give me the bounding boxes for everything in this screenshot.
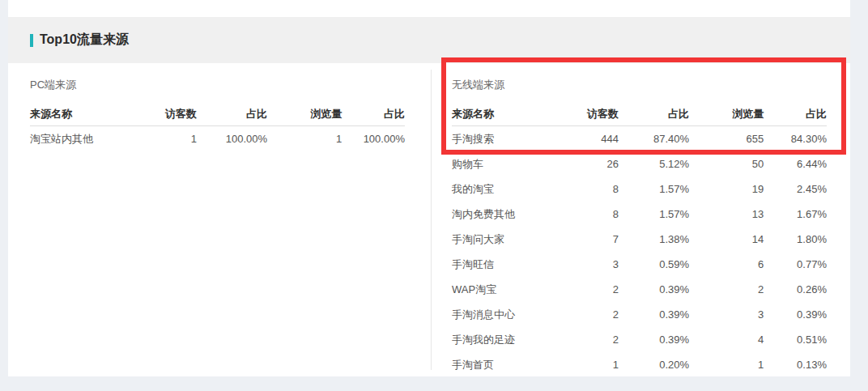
- value-cell: 6: [689, 258, 764, 270]
- pc-sources-panel: PC端来源 来源名称 访客数 占比 浏览量 占比 淘宝站内其他1100.00%1…: [30, 63, 405, 151]
- value-cell: 26: [549, 158, 619, 170]
- value-cell: 100.00%: [197, 133, 267, 145]
- column-header-pageviews: 浏览量: [689, 107, 764, 121]
- value-cell: 444: [549, 133, 619, 145]
- column-header-visitors: 访客数: [127, 107, 197, 121]
- wireless-panel-title: 无线端来源: [452, 79, 827, 91]
- value-cell: 4: [689, 334, 764, 346]
- value-cell: 1: [127, 133, 197, 145]
- source-name-cell: 手淘问大家: [452, 232, 549, 247]
- column-header-pageview-ratio: 占比: [764, 107, 827, 121]
- value-cell: 1: [689, 359, 764, 371]
- value-cell: 8: [549, 183, 619, 195]
- value-cell: 13: [689, 208, 764, 220]
- source-name-cell: 淘内免费其他: [452, 207, 549, 222]
- column-header-source-name: 来源名称: [30, 107, 127, 121]
- wireless-sources-panel: 无线端来源 来源名称 访客数 占比 浏览量 占比 手淘搜索44487.40%65…: [452, 63, 827, 377]
- value-cell: 0.39%: [764, 308, 827, 321]
- value-cell: 0.20%: [619, 359, 689, 371]
- table-row: 我的淘宝81.57%192.45%: [452, 176, 827, 202]
- pc-panel-title: PC端来源: [30, 79, 405, 91]
- table-row: 淘内免费其他81.57%131.67%: [452, 202, 827, 227]
- value-cell: 14: [689, 233, 764, 245]
- value-cell: 1.38%: [619, 233, 689, 245]
- section-header: Top10流量来源: [8, 17, 850, 63]
- value-cell: 50: [689, 158, 764, 170]
- column-header-source-name: 来源名称: [452, 107, 549, 121]
- pc-table-body: 淘宝站内其他1100.00%1100.00%: [30, 126, 405, 151]
- table-row: WAP淘宝20.39%20.26%: [452, 277, 827, 302]
- pc-table-header: 来源名称 访客数 占比 浏览量 占比: [30, 103, 405, 126]
- value-cell: 3: [549, 258, 619, 270]
- value-cell: 0.77%: [764, 258, 827, 270]
- value-cell: 100.00%: [342, 133, 405, 145]
- source-name-cell: 淘宝站内其他: [30, 132, 127, 147]
- value-cell: 5.12%: [619, 158, 689, 170]
- value-cell: 2.45%: [764, 183, 827, 195]
- table-row: 购物车265.12%506.44%: [452, 151, 827, 176]
- value-cell: 0.51%: [764, 334, 827, 346]
- source-name-cell: WAP淘宝: [452, 283, 549, 297]
- value-cell: 87.40%: [619, 133, 689, 145]
- source-name-cell: 手淘旺信: [452, 257, 549, 272]
- value-cell: 2: [549, 308, 619, 321]
- value-cell: 655: [689, 133, 764, 145]
- column-header-visitor-ratio: 占比: [619, 107, 689, 121]
- column-header-pageview-ratio: 占比: [342, 107, 405, 121]
- source-name-cell: 我的淘宝: [452, 182, 549, 197]
- column-header-visitor-ratio: 占比: [197, 107, 267, 121]
- value-cell: 0.13%: [764, 359, 827, 371]
- table-row: 手淘问大家71.38%141.80%: [452, 227, 827, 252]
- table-row: 手淘旺信30.59%60.77%: [452, 252, 827, 277]
- source-name-cell: 购物车: [452, 157, 549, 172]
- value-cell: 7: [549, 233, 619, 245]
- value-cell: 84.30%: [764, 133, 827, 145]
- value-cell: 1.80%: [764, 233, 827, 245]
- value-cell: 6.44%: [764, 158, 827, 170]
- value-cell: 1: [267, 133, 342, 145]
- value-cell: 8: [549, 208, 619, 220]
- table-row: 手淘首页10.20%10.13%: [452, 352, 827, 377]
- value-cell: 3: [689, 308, 764, 321]
- value-cell: 19: [689, 183, 764, 195]
- section-title: Top10流量来源: [40, 32, 129, 49]
- traffic-sources-card: PC端来源 来源名称 访客数 占比 浏览量 占比 淘宝站内其他1100.00%1…: [8, 63, 850, 376]
- source-name-cell: 手淘搜索: [452, 132, 549, 147]
- value-cell: 2: [689, 283, 764, 295]
- source-name-cell: 手淘首页: [452, 358, 549, 372]
- value-cell: 1.57%: [619, 208, 689, 220]
- value-cell: 0.26%: [764, 283, 827, 295]
- value-cell: 0.59%: [619, 258, 689, 270]
- panel-divider: [431, 70, 432, 370]
- value-cell: 1.57%: [619, 183, 689, 195]
- column-header-pageviews: 浏览量: [267, 107, 342, 121]
- wireless-table-header: 来源名称 访客数 占比 浏览量 占比: [452, 103, 827, 126]
- value-cell: 1.67%: [764, 208, 827, 220]
- value-cell: 2: [549, 334, 619, 346]
- source-name-cell: 手淘消息中心: [452, 308, 549, 322]
- table-row: 手淘消息中心20.39%30.39%: [452, 302, 827, 327]
- previous-module-edge: [8, 0, 850, 17]
- table-row: 手淘搜索44487.40%65584.30%: [452, 126, 827, 151]
- value-cell: 1: [549, 359, 619, 371]
- value-cell: 2: [549, 283, 619, 295]
- source-name-cell: 手淘我的足迹: [452, 333, 549, 347]
- value-cell: 0.39%: [619, 283, 689, 295]
- table-row: 手淘我的足迹20.39%40.51%: [452, 327, 827, 352]
- accent-bar: [30, 34, 33, 47]
- table-row: 淘宝站内其他1100.00%1100.00%: [30, 126, 405, 151]
- analytics-page: Top10流量来源 PC端来源 来源名称 访客数 占比 浏览量 占比 淘宝站内其…: [0, 0, 868, 391]
- value-cell: 0.39%: [619, 334, 689, 346]
- value-cell: 0.39%: [619, 308, 689, 321]
- wireless-table-body: 手淘搜索44487.40%65584.30%购物车265.12%506.44%我…: [452, 126, 827, 377]
- column-header-visitors: 访客数: [549, 107, 619, 121]
